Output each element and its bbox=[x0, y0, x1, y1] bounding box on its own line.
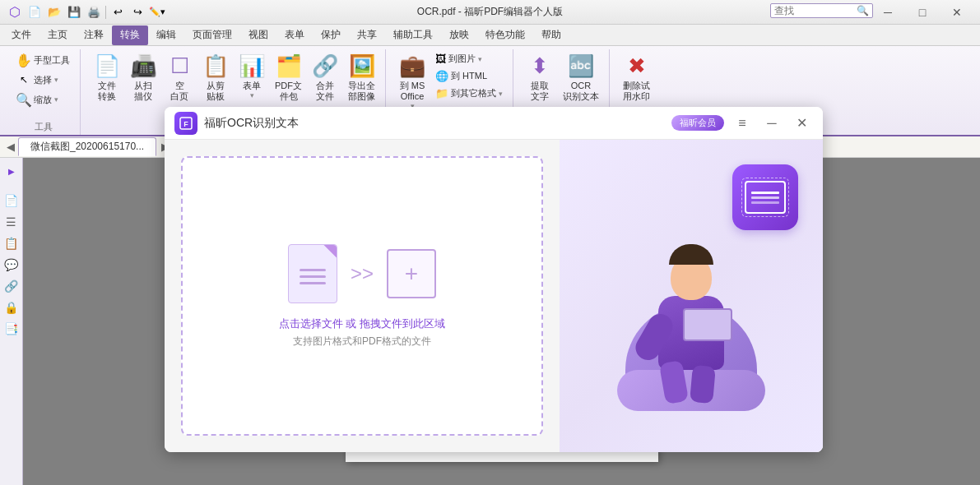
sidebar-comment-icon[interactable]: 💬 bbox=[2, 255, 21, 275]
sidebar-layers-icon[interactable]: 📋 bbox=[2, 233, 21, 253]
menu-view[interactable]: 视图 bbox=[240, 25, 276, 45]
menu-home[interactable]: 主页 bbox=[39, 25, 76, 45]
modal-logo-icon: F bbox=[174, 112, 197, 135]
to-other-button[interactable]: 📁 到其它格式 ▾ bbox=[432, 85, 506, 101]
export-all-button[interactable]: 🖼️ 导出全部图像 bbox=[345, 51, 379, 104]
file-convert-button[interactable]: 📄 文件转换 bbox=[91, 51, 123, 104]
hand-icon: ✋ bbox=[16, 53, 31, 67]
save-icon[interactable]: 💾 bbox=[66, 4, 82, 21]
sidebar-bookmark-icon[interactable]: 📑 bbox=[2, 319, 21, 339]
to-ms-icon: 💼 bbox=[399, 53, 425, 79]
hand-tool-button[interactable]: ✋ 手型工具 bbox=[13, 51, 73, 69]
blank-page-button[interactable]: ☐ 空白页 bbox=[163, 51, 196, 104]
tools-col: ✋ 手型工具 ↖ 选择 ▾ 🔍 缩放 ▾ bbox=[13, 51, 73, 109]
sidebar-link-icon[interactable]: 🔗 bbox=[2, 276, 21, 296]
modal-titlebar: F 福昕OCR识别文本 福昕会员 ≡ ─ ✕ bbox=[165, 107, 823, 140]
customize-icon[interactable]: ✏️▾ bbox=[149, 4, 165, 21]
laptop bbox=[683, 308, 732, 341]
tools-items: ✋ 手型工具 ↖ 选择 ▾ 🔍 缩放 ▾ bbox=[13, 51, 73, 119]
ocr-button[interactable]: 🔤 OCR识别文本 bbox=[560, 51, 602, 104]
menu-page[interactable]: 页面管理 bbox=[184, 25, 240, 45]
document-tab[interactable]: 微信截图_20200615170... bbox=[18, 137, 156, 156]
menu-annotation[interactable]: 注释 bbox=[76, 25, 112, 45]
table-button[interactable]: 📊 表单 ▾ bbox=[235, 51, 268, 101]
hand-tool-label: 手型工具 bbox=[34, 54, 70, 67]
file-convert-icon: 📄 bbox=[94, 53, 120, 79]
select-dropdown-icon: ▾ bbox=[54, 76, 58, 84]
drop-zone[interactable]: >> + 点击选择文件 或 拖拽文件到此区域 支持图片格式和PDF格式的文件 bbox=[181, 156, 543, 436]
person-leg2 bbox=[690, 365, 716, 404]
sidebar-page-icon[interactable]: 📄 bbox=[2, 191, 21, 210]
search-input[interactable] bbox=[774, 5, 857, 16]
clipboard-icon: 📋 bbox=[202, 53, 229, 79]
person-illustration bbox=[576, 156, 806, 436]
close-button[interactable]: ✕ bbox=[941, 1, 973, 24]
person-hair bbox=[669, 244, 713, 265]
to-html-label: 到 HTML bbox=[451, 70, 487, 82]
delete-watermark-label: 删除试用水印 bbox=[623, 81, 650, 102]
menu-special[interactable]: 特色功能 bbox=[477, 25, 533, 45]
modal-body: >> + 点击选择文件 或 拖拽文件到此区域 支持图片格式和PDF格式的文件 bbox=[165, 140, 823, 452]
new-icon[interactable]: 📄 bbox=[26, 4, 43, 21]
menu-form[interactable]: 表单 bbox=[276, 25, 313, 45]
extract-icon: ⬍ bbox=[527, 53, 553, 79]
export-col: 🖼 到图片 ▾ 🌐 到 HTML 📁 到其它格式 ▾ bbox=[432, 51, 506, 101]
vip-badge[interactable]: 福昕会员 bbox=[671, 115, 724, 131]
sidebar-nav-icon[interactable]: ▶ bbox=[2, 161, 21, 181]
modal-menu-button[interactable]: ≡ bbox=[731, 112, 754, 135]
sidebar-lock-icon[interactable]: 🔒 bbox=[2, 298, 21, 317]
ocr-modal: F 福昕OCR识别文本 福昕会员 ≡ ─ ✕ bbox=[165, 107, 823, 452]
merge-button[interactable]: 🔗 合并文件 bbox=[309, 51, 341, 104]
to-image-button[interactable]: 🖼 到图片 ▾ bbox=[432, 51, 506, 67]
delete-watermark-button[interactable]: ✖ 删除试用水印 bbox=[620, 51, 653, 104]
drop-text2: 支持图片格式和PDF格式的文件 bbox=[293, 335, 431, 349]
arrow-right-icon: >> bbox=[351, 262, 374, 285]
menu-assist[interactable]: 辅助工具 bbox=[385, 25, 441, 45]
print-icon[interactable]: 🖨️ bbox=[86, 4, 102, 21]
search-icon[interactable]: 🔍 bbox=[857, 5, 869, 16]
title-bar: ⬡ 📄 📂 💾 🖨️ ↩ ↪ ✏️▾ OCR.pdf - 福昕PDF编辑器个人版… bbox=[0, 0, 980, 25]
menu-file[interactable]: 文件 bbox=[3, 25, 39, 45]
doc-lines bbox=[300, 269, 326, 284]
left-sidebar: ▶ 📄 ☰ 📋 💬 🔗 🔒 📑 bbox=[0, 158, 23, 485]
menu-share[interactable]: 共享 bbox=[349, 25, 385, 45]
scan-button[interactable]: 📠 从扫描仪 bbox=[127, 51, 160, 104]
blank-page-label: 空白页 bbox=[170, 81, 188, 102]
sidebar-list-icon[interactable]: ☰ bbox=[2, 212, 21, 232]
undo-icon[interactable]: ↩ bbox=[109, 4, 126, 21]
drop-text1: 点击选择文件 或 拖拽文件到此区域 bbox=[279, 316, 445, 331]
to-html-button[interactable]: 🌐 到 HTML bbox=[432, 68, 506, 84]
drop-zone-icons: >> + bbox=[288, 244, 436, 303]
zoom-tool-button[interactable]: 🔍 缩放 ▾ bbox=[13, 90, 73, 109]
to-other-label: 到其它格式 bbox=[451, 87, 496, 99]
select-tool-button[interactable]: ↖ 选择 ▾ bbox=[13, 71, 73, 89]
pdf-pkg-button[interactable]: 🗂️ PDF文件包 bbox=[272, 51, 305, 104]
menu-help[interactable]: 帮助 bbox=[533, 25, 569, 45]
clipboard-button[interactable]: 📋 从剪贴板 bbox=[199, 51, 232, 104]
open-icon[interactable]: 📂 bbox=[46, 4, 63, 21]
to-other-dropdown: ▾ bbox=[499, 90, 503, 98]
to-ms-label: 到 MSOffice bbox=[400, 81, 425, 102]
menu-protect[interactable]: 保护 bbox=[313, 25, 349, 45]
drop-text1-main: 点击选择文件 或 bbox=[279, 317, 360, 330]
minimize-button[interactable]: ─ bbox=[871, 1, 904, 24]
ribbon-group-tools: ✋ 手型工具 ↖ 选择 ▾ 🔍 缩放 ▾ 工具 bbox=[7, 49, 81, 135]
modal-close-button[interactable]: ✕ bbox=[790, 112, 813, 135]
to-ms-button[interactable]: 💼 到 MSOffice ▾ bbox=[396, 51, 429, 112]
doc-line-1 bbox=[300, 269, 326, 271]
table-icon: 📊 bbox=[239, 53, 265, 79]
menu-present[interactable]: 放映 bbox=[441, 25, 477, 45]
nav-left-icon[interactable]: ◀ bbox=[7, 141, 15, 153]
divider bbox=[105, 6, 106, 19]
extract-text-button[interactable]: ⬍ 提取文字 bbox=[523, 51, 556, 104]
plus-icon: + bbox=[405, 261, 418, 287]
redo-icon[interactable]: ↪ bbox=[129, 4, 146, 21]
doc-line-3 bbox=[300, 282, 326, 284]
file-convert-label: 文件转换 bbox=[98, 81, 116, 102]
menu-edit[interactable]: 编辑 bbox=[148, 25, 184, 45]
search-box[interactable]: 🔍 bbox=[770, 3, 873, 18]
maximize-button[interactable]: □ bbox=[906, 1, 939, 24]
modal-minimize-button[interactable]: ─ bbox=[760, 112, 783, 135]
pdf-pkg-label: PDF文件包 bbox=[275, 81, 302, 102]
menu-convert[interactable]: 转换 bbox=[112, 25, 148, 45]
